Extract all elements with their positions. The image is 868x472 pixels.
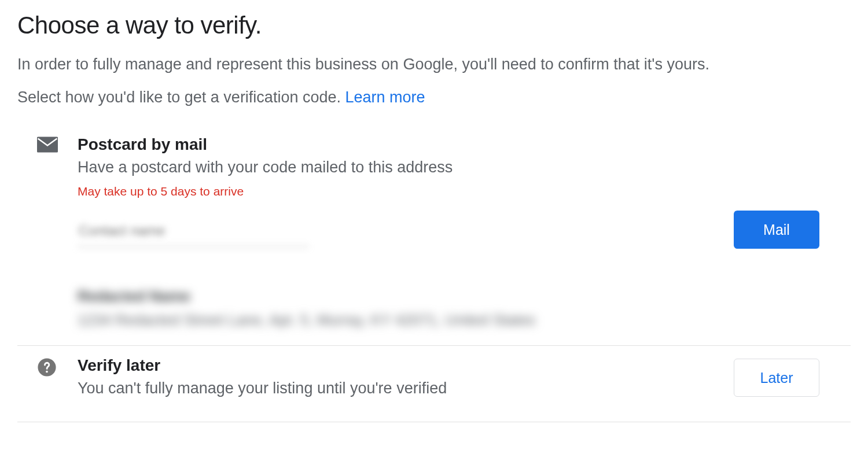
question-circle-icon — [37, 357, 57, 377]
intro-text-line2: Select how you'd like to get a verificat… — [17, 89, 851, 106]
address-name: Redacted Name — [78, 287, 723, 305]
later-title: Verify later — [78, 356, 723, 375]
learn-more-link[interactable]: Learn more — [345, 89, 425, 106]
svg-point-2 — [46, 371, 48, 373]
option-verify-later: Verify later You can't fully manage your… — [17, 356, 851, 405]
page-title: Choose a way to verify. — [17, 12, 851, 39]
contact-name-input[interactable] — [78, 219, 309, 247]
postcard-note: May take up to 5 days to arrive — [78, 185, 723, 198]
mailing-address: Redacted Name 1234 Redacted Street Lane,… — [78, 287, 723, 329]
svg-rect-0 — [37, 137, 58, 153]
address-line: 1234 Redacted Street Lane, Apt. 5, Murra… — [78, 311, 723, 329]
divider-bottom — [17, 422, 851, 422]
mail-button[interactable]: Mail — [734, 211, 819, 249]
option-postcard: Postcard by mail Have a postcard with yo… — [17, 135, 851, 329]
postcard-description: Have a postcard with your code mailed to… — [78, 158, 723, 176]
verify-page: Choose a way to verify. In order to full… — [0, 0, 868, 422]
later-description: You can't fully manage your listing unti… — [78, 379, 723, 397]
intro-text-line1: In order to fully manage and represent t… — [17, 56, 851, 73]
divider — [17, 345, 851, 346]
mail-icon — [37, 137, 58, 153]
help-icon-wrapper — [37, 356, 78, 377]
postcard-title: Postcard by mail — [78, 135, 723, 154]
mail-icon-wrapper — [37, 135, 78, 153]
intro-text-line2-prefix: Select how you'd like to get a verificat… — [17, 89, 345, 106]
later-button[interactable]: Later — [734, 359, 819, 397]
